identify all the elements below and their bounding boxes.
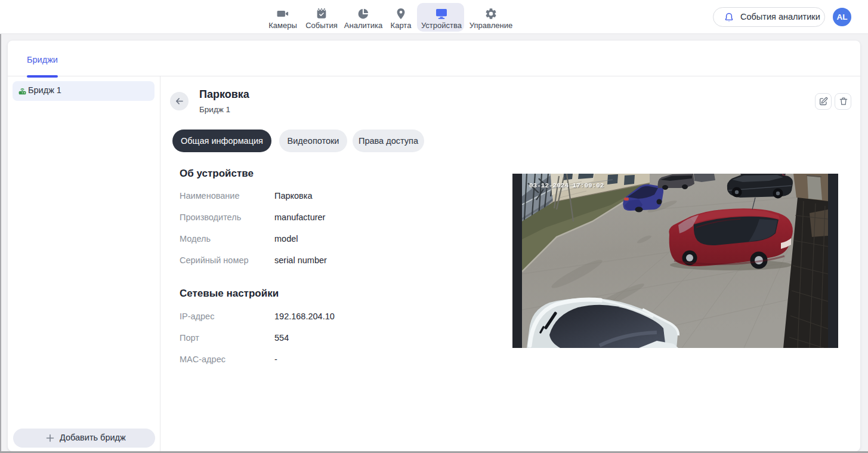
svg-text:03-12-2024 17:09:02: 03-12-2024 17:09:02 xyxy=(529,182,604,189)
